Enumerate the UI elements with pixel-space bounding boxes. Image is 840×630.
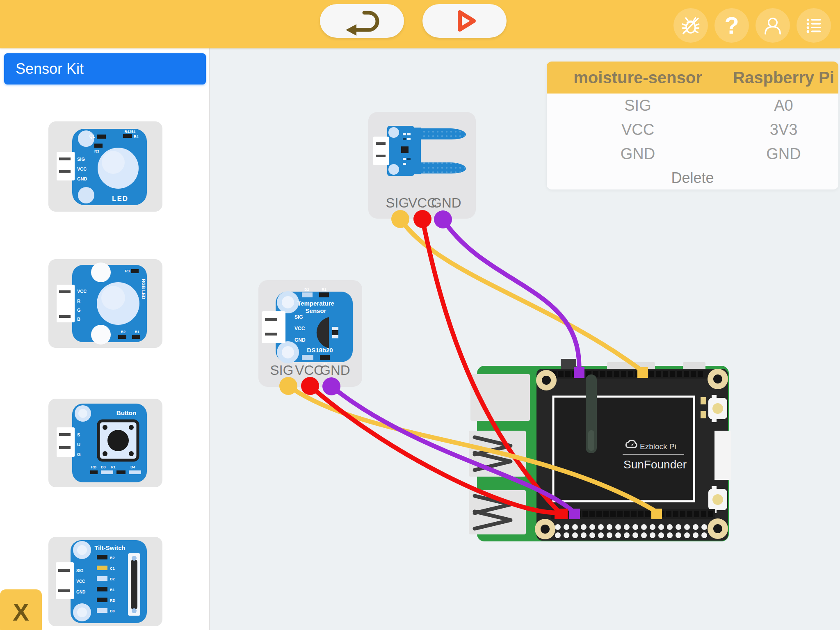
svg-text:U: U [77,442,80,447]
close-button[interactable]: X [0,589,42,630]
tilt-switch-graphic: Tilt-Switch SIG VCC GND R2 C1 D2 R1 RD D… [48,537,162,626]
undo-icon [342,5,383,37]
pin-cell[interactable]: 3V3 [729,118,838,142]
svg-text:DS18b20: DS18b20 [307,347,333,354]
sidebar-item-led-module[interactable]: Q1 R4254 R4 R3 SIG VCC GND LED [48,121,162,212]
svg-text:GND: GND [76,590,85,594]
svg-text:VCC: VCC [77,289,87,294]
led-module-graphic: Q1 R4254 R4 R3 SIG VCC GND LED [48,121,162,212]
svg-text:R1: R1 [110,588,115,592]
pi-port [470,374,530,421]
ezblock-hat: Ezblock Pi SunFounder [536,369,728,541]
svg-text:R3: R3 [94,149,99,153]
svg-text:D0: D0 [110,609,115,613]
svg-text:B: B [77,317,80,322]
connection-table: moisture-sensor Raspberry Pi SIG A0 VCC … [547,62,838,189]
table-header-component: moisture-sensor [547,62,729,94]
undo-button[interactable] [320,4,404,38]
svg-text:SunFounder: SunFounder [623,458,687,471]
svg-text:Temperature: Temperature [297,300,334,307]
moisture-sensor-graphic [368,112,476,190]
moisture-sensor-component[interactable]: SIG VCC GND [368,112,476,219]
pi-usb-port [469,431,526,477]
svg-text:G: G [77,452,81,457]
bug-slash-icon [677,12,704,39]
sensor-kit-panel: Sensor Kit Q1 R4254 R4 R3 SIG VCC GND LE… [0,48,210,630]
connection-table-header: moisture-sensor Raspberry Pi [547,62,838,94]
svg-text:D3: D3 [101,465,106,469]
play-icon [446,5,483,37]
svg-text:D4: D4 [130,465,135,469]
sensor-kit-title[interactable]: Sensor Kit [4,53,206,84]
debug-toggle-button[interactable] [673,8,708,43]
topbar: ? [0,0,840,48]
delete-connection-button[interactable]: Delete [547,166,838,189]
moisture-vcc-dot[interactable] [413,210,431,228]
svg-text:R1: R1 [111,465,116,469]
pin-cell[interactable]: GND [729,142,838,166]
svg-text:Tilt-Switch: Tilt-Switch [94,544,126,551]
svg-text:R4254: R4254 [124,130,135,134]
moisture-sig-dot[interactable] [391,210,409,228]
raspberry-pi-board[interactable]: Ezblock Pi SunFounder [477,366,729,541]
pin-cell[interactable]: A0 [729,94,838,118]
moisture-pin-label-gnd: GND [431,195,461,211]
svg-text:VCC: VCC [294,326,305,331]
svg-text:GND: GND [294,337,306,343]
moisture-pin-label-sig: SIG [386,195,409,211]
question-mark-icon: ? [724,14,739,37]
svg-text:R1: R1 [322,288,326,292]
svg-text:LED: LED [112,195,128,203]
svg-text:Button: Button [116,409,136,416]
table-header-board: Raspberry Pi [729,62,838,94]
temp-gnd-dot[interactable] [322,377,340,395]
sidebar-item-button[interactable]: Button S U G RD D3 R1 D4 [48,399,162,487]
svg-text:RD: RD [110,598,115,603]
pi-usb-port [469,490,526,534]
svg-text:R2: R2 [121,330,126,334]
pi-connector-tab [561,359,576,370]
ezblock-app: ? [0,0,840,630]
sidebar-item-rgb-led[interactable]: VCC R G B R3 R2 R1 RGB LED [48,259,162,348]
pin-cell[interactable]: VCC [547,118,729,142]
svg-text:R: R [77,299,80,304]
temp-pin-label-gnd: GND [320,363,350,378]
svg-text:RD: RD [91,465,96,469]
svg-text:SIG: SIG [76,568,83,573]
rgb-led-graphic: VCC R G B R3 R2 R1 RGB LED [48,259,162,348]
svg-text:D2: D2 [110,577,115,581]
moisture-gnd-dot[interactable] [434,210,452,228]
svg-text:S: S [77,432,80,437]
topbar-icon-group: ? [673,8,831,43]
svg-text:GND: GND [77,176,87,181]
table-row: VCC 3V3 [547,118,838,142]
svg-text:R2: R2 [110,556,115,560]
pin-cell[interactable]: GND [547,142,729,166]
user-button[interactable] [756,8,790,43]
play-button[interactable] [422,4,507,38]
pin-cell[interactable]: SIG [547,94,729,118]
wire-moisture-sig[interactable] [400,219,640,369]
menu-button[interactable] [797,8,831,43]
temperature-sensor-graphic: D2 R1 Temperature Sensor SIG VCC GND DS1… [258,280,362,368]
svg-text:SIG: SIG [77,157,85,162]
svg-text:VCC: VCC [76,579,85,584]
svg-text:R1: R1 [135,330,139,334]
sidebar-item-tilt-switch[interactable]: Tilt-Switch SIG VCC GND R2 C1 D2 R1 RD D… [48,537,162,626]
svg-text:Q1: Q1 [89,134,95,139]
table-row: SIG A0 [547,94,838,118]
temp-vcc-dot[interactable] [301,377,319,395]
svg-text:D2: D2 [304,288,309,292]
help-button[interactable]: ? [714,8,749,43]
temperature-sensor-component[interactable]: D2 R1 Temperature Sensor SIG VCC GND DS1… [258,280,362,387]
svg-text:Ezblock Pi: Ezblock Pi [640,442,676,451]
svg-text:R3: R3 [125,269,130,273]
person-icon [759,12,786,39]
svg-text:C1: C1 [110,566,115,571]
svg-text:VCC: VCC [77,167,87,171]
temp-sig-dot[interactable] [279,377,297,395]
svg-text:Sensor: Sensor [306,307,326,314]
wire-moisture-gnd[interactable] [443,219,579,370]
svg-text:R4: R4 [134,135,139,139]
temp-pin-label-vcc: VCC [295,363,324,378]
